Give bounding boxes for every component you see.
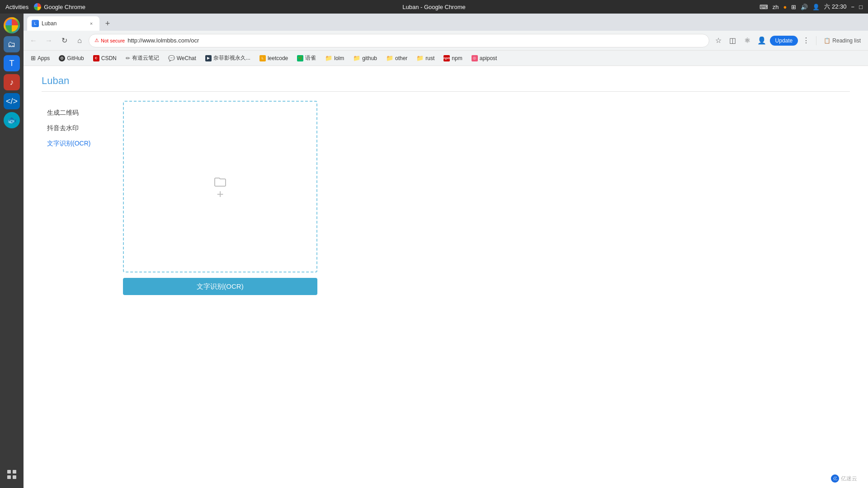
chrome-dock-icon — [5, 19, 18, 32]
bookmark-yuyan-label: 语雀 — [305, 54, 316, 62]
rust-folder-icon: 📁 — [416, 55, 424, 61]
bookmark-wechat-label: WeChat — [177, 55, 196, 61]
lolm-folder-icon: 📁 — [325, 55, 332, 61]
bookmark-npm-label: npm — [452, 55, 462, 61]
bookmark-youdao[interactable]: ✏ 有道云笔记 — [122, 53, 163, 63]
github-folder-icon: 📁 — [353, 55, 360, 61]
minimize-icon[interactable]: − — [851, 4, 855, 10]
text-editor-icon: T — [9, 59, 14, 68]
sidebar-item-watermark[interactable]: 抖音去水印 — [42, 121, 114, 136]
bookmark-csdn[interactable]: C CSDN — [90, 54, 120, 63]
csdn-favicon: C — [93, 55, 99, 61]
apps-grid-button[interactable] — [4, 466, 20, 483]
reading-list-button[interactable]: 📋 Reading list — [820, 36, 864, 46]
screenshot-button[interactable]: ◫ — [726, 34, 739, 47]
dock-text-editor[interactable]: T — [4, 55, 20, 71]
browser-tab-active[interactable]: L Luban × — [27, 16, 99, 31]
page-layout: 生成二维码 抖音去水印 文字识别(OCR) + — [42, 101, 850, 295]
bookmark-other[interactable]: 📁 other — [382, 53, 411, 63]
bookmark-apps[interactable]: ⊞ Apps — [27, 53, 53, 63]
sidebar-item-qrcode[interactable]: 生成二维码 — [42, 105, 114, 121]
security-label: Not secure — [101, 38, 125, 43]
bookmark-github[interactable]: ⚙ GitHub — [55, 54, 87, 63]
nfyy-favicon: ▶ — [205, 55, 212, 61]
bookmark-rust-label: rust — [425, 55, 434, 61]
bookmark-wechat[interactable]: 💬 WeChat — [165, 54, 200, 63]
os-topbar: Activities Google Chrome Luban - Google … — [0, 0, 868, 14]
bookmark-star-button[interactable]: ☆ — [712, 34, 725, 47]
grid-icon — [7, 469, 17, 479]
dock-fish[interactable]: 🐟 — [4, 112, 20, 128]
bookmark-rust[interactable]: 📁 rust — [413, 53, 438, 63]
activities-button[interactable]: Activities — [5, 4, 28, 10]
npm-favicon: npm — [443, 55, 450, 61]
bookmark-lolm[interactable]: 📁 lolm — [321, 53, 348, 63]
network-icon[interactable]: ⊞ — [791, 4, 796, 10]
apipost-favicon: ◎ — [472, 55, 478, 61]
bookmark-npm[interactable]: npm npm — [440, 54, 466, 63]
vscode-icon: </> — [6, 97, 18, 106]
watermark-text: 亿迷云 — [841, 475, 857, 483]
youdao-favicon: ✏ — [126, 55, 130, 61]
window-title: Luban - Google Chrome — [402, 4, 465, 10]
update-button[interactable]: Update — [770, 36, 798, 46]
user-icon[interactable]: 👤 — [812, 4, 820, 10]
bookmark-yuyan[interactable]: 🌿 语雀 — [293, 53, 320, 63]
browser-toolbar: ← → ↻ ⌂ ⚠ Not secure http://www.lolmbbs.… — [24, 31, 868, 51]
bookmark-nfyy-label: 奈菲影视永久... — [213, 54, 250, 62]
upload-cursor-indicator: + — [211, 173, 229, 201]
page-container: Luban 生成二维码 抖音去水印 文字识别(OCR) — [24, 66, 868, 488]
bookmark-apipost-label: apipost — [480, 55, 497, 61]
os-topbar-right: ⌨ zh ● ⊞ 🔊 👤 六 22:30 − □ — [760, 3, 863, 11]
fish-icon: 🐟 — [7, 115, 17, 125]
profile-button[interactable]: 👤 — [755, 34, 768, 47]
menu-button[interactable]: ⋮ — [800, 34, 812, 47]
dock-chrome[interactable] — [4, 17, 20, 33]
bookmark-other-label: other — [395, 55, 407, 61]
refresh-button[interactable]: ↻ — [58, 34, 71, 47]
tab-favicon: L — [32, 20, 39, 27]
bookmark-github-label: GitHub — [67, 55, 84, 61]
watermark-icon: 亿 — [831, 474, 839, 483]
address-bar[interactable]: ⚠ Not secure http://www.lolmbbs.com/ocr — [89, 34, 709, 47]
dock-vscode[interactable]: </> — [4, 93, 20, 109]
svg-rect-2 — [7, 475, 11, 479]
music-icon: ♪ — [10, 78, 14, 87]
keyboard-icon[interactable]: ⌨ — [760, 4, 768, 10]
bookmark-nfyy[interactable]: ▶ 奈菲影视永久... — [202, 53, 254, 63]
reading-list-label: Reading list — [832, 38, 861, 44]
tab-title: Luban — [42, 20, 85, 27]
dock-music[interactable]: ♪ — [4, 74, 20, 90]
browser-content: Luban 生成二维码 抖音去水印 文字识别(OCR) — [24, 66, 868, 488]
lang-indicator[interactable]: zh — [773, 4, 779, 10]
upload-area[interactable]: + — [123, 101, 317, 272]
bookmark-apps-label: Apps — [38, 55, 50, 61]
forward-button[interactable]: → — [42, 34, 55, 47]
svg-rect-0 — [7, 470, 11, 474]
sidebar-item-ocr[interactable]: 文字识别(OCR) — [42, 136, 114, 151]
bookmark-github-folder-label: github — [362, 55, 377, 61]
new-tab-button[interactable]: + — [101, 17, 114, 30]
maximize-icon[interactable]: □ — [859, 4, 863, 10]
bookmark-leetcode-label: leetcode — [268, 55, 288, 61]
security-lock-icon: ⚠ — [94, 38, 99, 43]
bookmark-apipost[interactable]: ◎ apipost — [468, 54, 501, 63]
dock-files[interactable]: 🗂 — [4, 36, 20, 52]
bookmark-leetcode[interactable]: L leetcode — [256, 54, 292, 63]
volume-icon[interactable]: 🔊 — [801, 4, 808, 10]
toolbar-right: ☆ ◫ ⚛ 👤 Update ⋮ 📋 Reading list — [712, 34, 864, 47]
extensions-button[interactable]: ⚛ — [741, 34, 754, 47]
wechat-favicon: 💬 — [168, 55, 175, 61]
url-text: http://www.lolmbbs.com/ocr — [127, 37, 703, 44]
home-button[interactable]: ⌂ — [73, 34, 86, 47]
security-indicator: ⚠ Not secure — [94, 38, 125, 43]
bookmark-youdao-label: 有道云笔记 — [132, 54, 159, 62]
tab-close-button[interactable]: × — [88, 20, 95, 27]
other-folder-icon: 📁 — [386, 55, 393, 61]
ocr-button[interactable]: 文字识别(OCR) — [123, 278, 317, 295]
toolbar-divider — [816, 36, 816, 45]
back-button[interactable]: ← — [27, 34, 40, 47]
bookmark-github-folder[interactable]: 📁 github — [349, 53, 381, 63]
plus-icon: + — [217, 187, 223, 201]
browser-indicator: Google Chrome — [34, 3, 85, 10]
